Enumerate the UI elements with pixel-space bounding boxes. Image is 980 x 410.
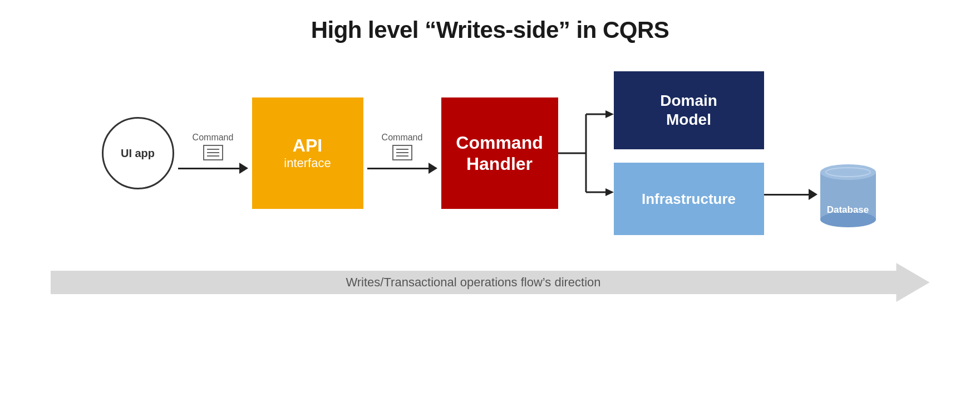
infrastructure-label: Infrastructure	[642, 191, 736, 208]
command-icon-1	[203, 145, 223, 160]
database-svg	[818, 161, 879, 228]
arrow-head	[429, 163, 437, 174]
fork-svg	[558, 76, 614, 231]
flow-arrow-container: Writes/Transactional operations flow’s d…	[51, 263, 930, 302]
main-flow: UI app Command API interface	[33, 71, 947, 235]
page-title: High level “Writes-side” in CQRS	[311, 17, 669, 43]
command-icon-line	[207, 152, 219, 153]
command-icon-2	[392, 145, 412, 160]
svg-marker-3	[605, 110, 614, 118]
right-boxes-with-db: Domain Model Infrastructure	[614, 71, 879, 235]
ui-app-node: UI app	[102, 117, 174, 189]
domain-model-box: Domain Model	[614, 71, 764, 149]
command-handler-label: Command Handler	[456, 132, 543, 175]
arrow-1-container: Command	[174, 133, 252, 174]
domain-model-title-line2: Model	[660, 110, 717, 129]
db-with-arrow: Database	[764, 76, 879, 231]
database-cylinder: Database	[818, 161, 879, 228]
domain-model-title-line1: Domain	[660, 91, 717, 110]
arrow-1-line	[178, 163, 248, 174]
command-icon-line	[396, 155, 408, 157]
api-interface-box: API interface	[252, 97, 363, 209]
right-boxes: Domain Model Infrastructure	[614, 71, 764, 235]
arrow-2-line	[367, 163, 437, 174]
fork-arrows	[558, 76, 614, 231]
command-label-1: Command	[193, 133, 234, 143]
flow-arrow-text: Writes/Transactional operations flow’s d…	[346, 275, 634, 290]
command-label-1-area: Command	[193, 133, 234, 160]
flow-arrow-shape: Writes/Transactional operations flow’s d…	[51, 263, 930, 302]
command-handler-box: Command Handler	[441, 97, 558, 209]
command-label-2: Command	[382, 133, 423, 143]
arrow-2-container: Command	[363, 133, 441, 174]
svg-marker-6	[605, 188, 614, 196]
arrow-shaft	[178, 168, 239, 169]
database-label: Database	[818, 204, 879, 216]
command-icon-line	[396, 152, 408, 153]
arrow-shaft	[367, 168, 429, 169]
arrow-head	[239, 163, 248, 174]
api-box-subtitle: interface	[284, 156, 331, 170]
svg-point-8	[820, 164, 876, 180]
infra-db-arrow	[764, 189, 818, 200]
arrow-shaft	[764, 194, 809, 196]
command-label-2-area: Command	[382, 133, 423, 160]
command-icon-line	[207, 149, 219, 150]
infrastructure-box: Infrastructure	[614, 163, 764, 235]
command-icon-line	[207, 155, 219, 157]
arrow-head	[809, 189, 818, 200]
api-box-title: API	[293, 136, 322, 155]
ui-app-label: UI app	[121, 147, 155, 160]
command-icon-line	[396, 149, 408, 150]
diagram-area: UI app Command API interface	[33, 71, 947, 302]
